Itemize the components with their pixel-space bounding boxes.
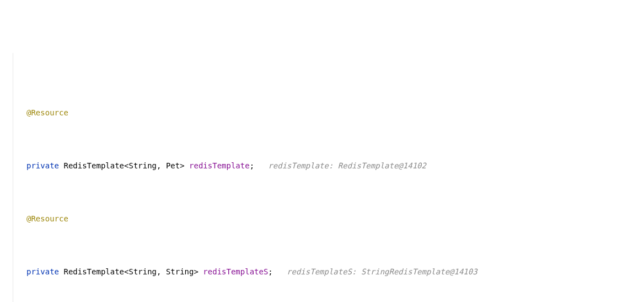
- code-editor[interactable]: @Resource private RedisTemplate<String, …: [0, 53, 644, 302]
- inline-hint: redisTemplate: RedisTemplate@14102: [268, 161, 426, 170]
- type-name: String: [128, 267, 157, 276]
- type-name: Pet: [166, 161, 180, 170]
- annotation: @Resource: [26, 214, 68, 223]
- keyword: private: [26, 161, 59, 170]
- annotation: @Resource: [26, 108, 68, 117]
- code-line[interactable]: private RedisTemplate<String, String> re…: [15, 265, 644, 278]
- field-name: redisTemplate: [189, 161, 250, 170]
- type-name: RedisTemplate: [63, 161, 124, 170]
- type-name: RedisTemplate: [63, 267, 124, 276]
- field-name: redisTemplateS: [203, 267, 268, 276]
- code-line[interactable]: private RedisTemplate<String, Pet> redis…: [15, 159, 644, 172]
- code-line[interactable]: @Resource: [15, 106, 644, 119]
- keyword: private: [26, 267, 59, 276]
- gutter: [0, 53, 13, 302]
- type-name: String: [128, 161, 157, 170]
- code-line[interactable]: @Resource: [15, 212, 644, 225]
- inline-hint: redisTemplateS: StringRedisTemplate@1410…: [287, 267, 477, 276]
- type-name: String: [166, 267, 194, 276]
